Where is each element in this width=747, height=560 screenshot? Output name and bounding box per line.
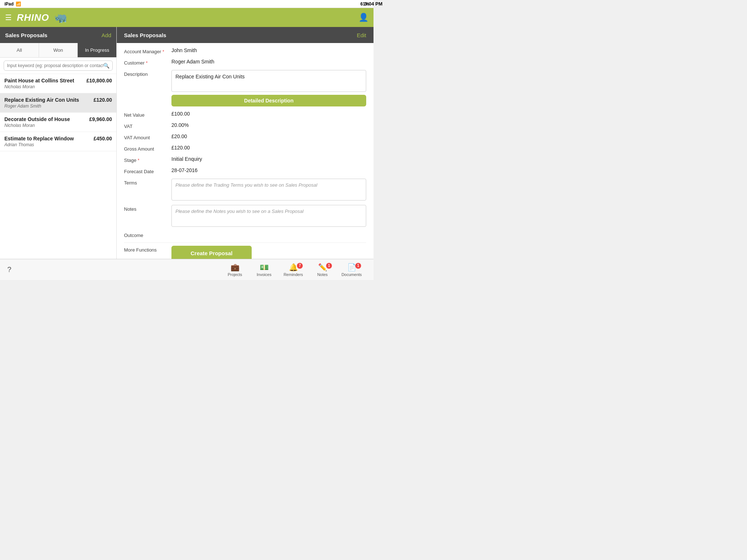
proposal-title: Paint House at Collins Street <box>4 78 86 83</box>
projects-label: Projects <box>228 272 242 277</box>
vat-amount-value: £20.00 <box>171 133 366 139</box>
forecast-date-field: Forecast Date 28-07-2016 <box>124 167 366 174</box>
app-logo: RHINO <box>17 12 49 23</box>
terms-field: Terms Please define the Trading Terms yo… <box>124 179 366 201</box>
tab-projects[interactable]: 💼 Projects <box>220 263 249 277</box>
proposal-amount: £9,960.00 <box>89 116 112 122</box>
documents-badge: 1 <box>355 263 361 269</box>
reminders-icon: 🔔 <box>289 263 298 272</box>
vat-field: VAT 20.00% <box>124 122 366 129</box>
search-icon: 🔍 <box>103 63 109 69</box>
documents-icon: 📄 <box>347 263 356 272</box>
search-input-wrap: 🔍 <box>4 61 113 71</box>
ipad-label: iPad <box>4 1 13 7</box>
outcome-label: Outcome <box>124 231 171 238</box>
app-header-left: ☰ RHINO 🦏 <box>5 12 67 24</box>
help-icon[interactable]: ? <box>7 265 11 274</box>
vat-label: VAT <box>124 122 171 129</box>
customer-field: Customer * Roger Adam Smith <box>124 59 366 66</box>
terms-textarea[interactable]: Please define the Trading Terms you wish… <box>171 179 366 201</box>
account-manager-field: Account Manager * John Smith <box>124 47 366 54</box>
reminders-label: Reminders <box>283 272 303 277</box>
detail-content: Account Manager * John Smith Customer * … <box>117 43 374 259</box>
left-panel-header: Sales Proposals Add <box>0 27 116 43</box>
right-panel-header: Sales Proposals Edit <box>117 27 374 43</box>
stage-label: Stage * <box>124 156 171 163</box>
left-panel-title: Sales Proposals <box>5 32 47 38</box>
notes-label: Notes <box>124 205 171 212</box>
list-item[interactable]: Estimate to Replace Window £450.00 Adria… <box>0 132 116 151</box>
vat-value: 20.00% <box>171 122 366 128</box>
user-icon[interactable]: 👤 <box>359 13 368 22</box>
edit-button[interactable]: Edit <box>357 32 366 38</box>
tab-reminders[interactable]: 7 🔔 Reminders <box>279 263 308 277</box>
customer-label: Customer * <box>124 59 171 66</box>
detailed-description-button[interactable]: Detailed Description <box>171 95 366 106</box>
bottom-tab-bar: ? 💼 Projects 💵 Invoices 7 🔔 Reminders 1 … <box>0 259 374 280</box>
account-manager-value: John Smith <box>171 47 366 53</box>
divider <box>124 242 366 243</box>
list-item[interactable]: Decorate Outside of House £9,960.00 Nich… <box>0 113 116 132</box>
projects-icon: 💼 <box>231 263 240 272</box>
stage-value: Initial Enquiry <box>171 156 366 162</box>
list-item[interactable]: Paint House at Collins Street £10,800.00… <box>0 74 116 93</box>
vat-amount-label: VAT Amount <box>124 133 171 140</box>
main-container: Sales Proposals Add All Won In Progress … <box>0 27 374 259</box>
proposal-amount: £120.00 <box>93 97 112 103</box>
notes-icon: ✏️ <box>318 263 327 272</box>
required-indicator: * <box>163 49 165 54</box>
more-functions-buttons: Create Proposal Create & Send Proposal C… <box>171 246 252 259</box>
notes-label: Notes <box>317 272 328 277</box>
app-header: ☰ RHINO 🦏 👤 <box>0 8 374 27</box>
right-panel-title: Sales Proposals <box>124 32 166 38</box>
tab-invoices[interactable]: 💵 Invoices <box>249 263 279 277</box>
net-value-value: £100.00 <box>171 111 366 117</box>
proposal-item-row: Replace Existing Air Con Units £120.00 <box>4 97 112 103</box>
description-col: Replace Existing Air Con Units Detailed … <box>171 70 366 106</box>
wifi-icon: 📶 <box>16 1 21 7</box>
create-proposal-button[interactable]: Create Proposal <box>171 246 252 259</box>
proposal-item-row: Paint House at Collins Street £10,800.00 <box>4 78 112 83</box>
status-bar: iPad 📶 3:04 PM 61% <box>0 0 374 8</box>
list-item[interactable]: Replace Existing Air Con Units £120.00 R… <box>0 93 116 113</box>
stage-field: Stage * Initial Enquiry <box>124 156 366 163</box>
invoices-label: Invoices <box>257 272 271 277</box>
notes-badge: 1 <box>326 263 332 269</box>
more-functions-field: More Functions Create Proposal Create & … <box>124 246 366 259</box>
add-button[interactable]: Add <box>101 32 111 38</box>
proposal-title: Decorate Outside of House <box>4 116 89 122</box>
proposal-item-row: Decorate Outside of House £9,960.00 <box>4 116 112 122</box>
proposal-contact: Adrian Thomas <box>4 142 112 147</box>
net-value-field: Net Value £100.00 <box>124 111 366 118</box>
description-field: Description Replace Existing Air Con Uni… <box>124 70 366 106</box>
tab-documents[interactable]: 1 📄 Documents <box>337 263 366 277</box>
more-functions-label: More Functions <box>124 246 171 253</box>
tab-notes[interactable]: 1 ✏️ Notes <box>308 263 337 277</box>
forecast-date-value: 28-07-2016 <box>171 167 366 173</box>
notes-field: Notes Please define the Notes you wish t… <box>124 205 366 227</box>
tab-inprogress[interactable]: In Progress <box>78 43 116 57</box>
right-panel: Sales Proposals Edit Account Manager * J… <box>117 27 374 259</box>
vat-amount-field: VAT Amount £20.00 <box>124 133 366 140</box>
customer-value: Roger Adam Smith <box>171 59 366 65</box>
proposal-title: Estimate to Replace Window <box>4 136 93 141</box>
required-indicator: * <box>138 158 140 163</box>
left-panel: Sales Proposals Add All Won In Progress … <box>0 27 117 259</box>
terms-label: Terms <box>124 179 171 186</box>
proposal-contact: Nicholas Moran <box>4 123 112 128</box>
gross-amount-label: Gross Amount <box>124 145 171 152</box>
tab-all[interactable]: All <box>0 43 39 57</box>
proposal-list: Paint House at Collins Street £10,800.00… <box>0 74 116 259</box>
tab-won[interactable]: Won <box>39 43 78 57</box>
outcome-field: Outcome <box>124 231 366 238</box>
search-input[interactable] <box>7 63 103 68</box>
invoices-icon: 💵 <box>260 263 269 272</box>
proposal-item-row: Estimate to Replace Window £450.00 <box>4 136 112 141</box>
proposal-amount: £450.00 <box>93 136 112 141</box>
reminders-badge: 7 <box>297 263 303 269</box>
hamburger-icon[interactable]: ☰ <box>5 13 12 22</box>
status-left: iPad 📶 <box>4 1 21 7</box>
filter-tabs: All Won In Progress <box>0 43 116 58</box>
description-value: Replace Existing Air Con Units <box>171 70 366 92</box>
notes-textarea[interactable]: Please define the Notes you wish to see … <box>171 205 366 227</box>
